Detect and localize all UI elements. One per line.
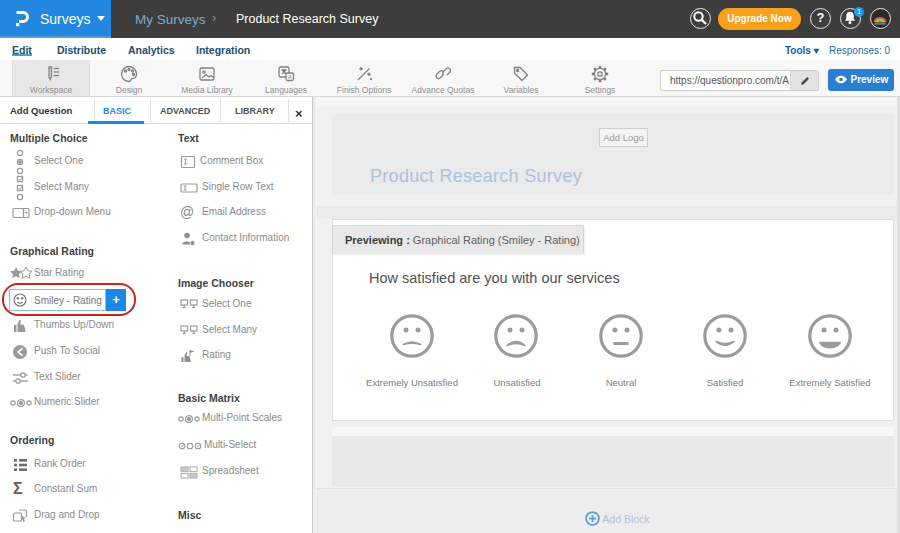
svg-text:A: A: [288, 74, 292, 80]
